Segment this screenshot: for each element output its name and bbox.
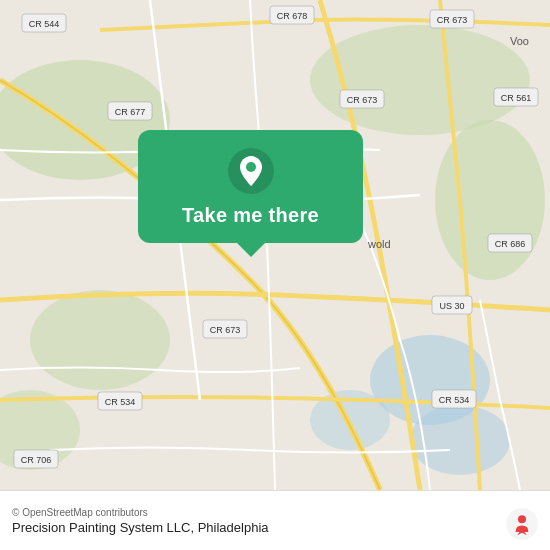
location-pin-icon: [228, 148, 274, 194]
svg-text:CR 534: CR 534: [105, 397, 136, 407]
bottom-bar: © OpenStreetMap contributors Precision P…: [0, 490, 550, 550]
moovit-icon: [506, 508, 538, 540]
svg-point-7: [410, 405, 510, 475]
svg-point-37: [506, 508, 538, 540]
svg-point-36: [246, 162, 256, 172]
svg-text:wold: wold: [367, 238, 391, 250]
attribution-text: © OpenStreetMap contributors: [12, 507, 269, 518]
location-name: Precision Painting System LLC, Philadelp…: [12, 520, 269, 535]
svg-point-4: [30, 290, 170, 390]
bottom-info: © OpenStreetMap contributors Precision P…: [12, 507, 269, 535]
svg-text:CR 686: CR 686: [495, 239, 526, 249]
svg-text:CR 673: CR 673: [210, 325, 241, 335]
svg-text:CR 706: CR 706: [21, 455, 52, 465]
moovit-logo: [506, 508, 538, 540]
svg-text:CR 544: CR 544: [29, 19, 60, 29]
map-container: CR 544 CR 678 CR 673 CR 677 CR 673 CR 56…: [0, 0, 550, 490]
svg-point-38: [518, 515, 526, 523]
take-me-there-label: Take me there: [182, 204, 319, 227]
svg-text:Voo: Voo: [510, 35, 529, 47]
take-me-there-button[interactable]: Take me there: [138, 130, 363, 243]
svg-text:US 30: US 30: [439, 301, 464, 311]
svg-text:CR 561: CR 561: [501, 93, 532, 103]
svg-text:CR 673: CR 673: [347, 95, 378, 105]
svg-text:CR 678: CR 678: [277, 11, 308, 21]
svg-text:CR 534: CR 534: [439, 395, 470, 405]
svg-text:CR 673: CR 673: [437, 15, 468, 25]
svg-point-3: [435, 120, 545, 280]
svg-text:CR 677: CR 677: [115, 107, 146, 117]
